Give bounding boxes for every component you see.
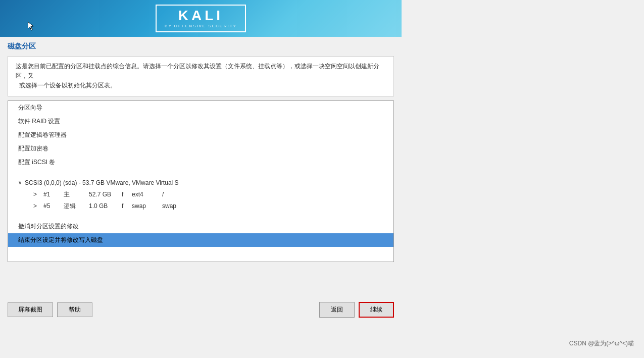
description-text: 这是您目前已配置的分区和挂载点的综合信息。请选择一个分区以修改其设置（文件系统、… xyxy=(16,63,379,89)
description-box: 这是您目前已配置的分区和挂载点的综合信息。请选择一个分区以修改其设置（文件系统、… xyxy=(8,56,394,96)
partition-row-1[interactable]: > #1 主 52.7 GB f ext4 / xyxy=(8,189,393,200)
partition-item-raid[interactable]: 软件 RAID 设置 xyxy=(8,115,393,128)
partition-flag-1: f xyxy=(122,191,132,198)
partition-item-iscsi[interactable]: 配置 iSCSI 卷 xyxy=(8,156,393,169)
partition-flag-2: f xyxy=(122,202,132,210)
disk-section[interactable]: ∨ SCSI3 (0,0,0) (sda) - 53.7 GB VMware, … xyxy=(8,177,393,189)
partition-item-revert[interactable]: 撤消对分区设置的修改 xyxy=(8,220,393,233)
back-button[interactable]: 返回 xyxy=(319,302,355,318)
partition-arrow-2: > xyxy=(33,202,43,210)
divider2 xyxy=(8,212,393,220)
revert-label: 撤消对分区设置的修改 xyxy=(18,223,79,230)
help-button[interactable]: 帮助 xyxy=(57,302,92,317)
kali-logo: KALI BY OFFENSIVE SECURITY xyxy=(156,5,246,32)
partition-type-2: 逻辑 xyxy=(64,202,89,211)
left-buttons: 屏幕截图 帮助 xyxy=(8,302,92,317)
continue-button[interactable]: 继续 xyxy=(359,302,394,318)
button-row: 屏幕截图 帮助 返回 继续 xyxy=(0,302,402,318)
partition-size-1: 52.7 GB xyxy=(89,191,122,198)
kali-subtitle: BY OFFENSIVE SECURITY xyxy=(165,24,237,28)
watermark: CSDN @蓝为(>^ω^<)喵 xyxy=(569,339,634,348)
partition-fs-1: ext4 xyxy=(132,191,162,198)
kali-title: KALI xyxy=(178,9,223,23)
partition-type-1: 主 xyxy=(64,190,89,199)
page-title: 磁盘分区 xyxy=(8,42,394,51)
partition-fs-2: swap xyxy=(132,202,162,210)
finish-label: 结束分区设定并将修改写入磁盘 xyxy=(18,236,103,243)
chevron-icon: ∨ xyxy=(18,180,22,185)
partition-item-finish[interactable]: 结束分区设定并将修改写入磁盘 xyxy=(8,233,393,247)
partition-num-1: #1 xyxy=(43,191,64,198)
partition-mount-2: swap xyxy=(162,202,192,210)
partition-row-2[interactable]: > #5 逻辑 1.0 GB f swap swap xyxy=(8,200,393,212)
header: KALI BY OFFENSIVE SECURITY xyxy=(0,0,402,37)
partition-mount-1: / xyxy=(162,191,192,198)
main-area: 磁盘分区 这是您目前已配置的分区和挂载点的综合信息。请选择一个分区以修改其设置（… xyxy=(0,37,402,267)
partition-arrow-1: > xyxy=(33,191,43,198)
divider xyxy=(8,169,393,177)
right-buttons: 返回 继续 xyxy=(319,302,394,318)
partition-item-lvm[interactable]: 配置逻辑卷管理器 xyxy=(8,128,393,142)
screenshot-button[interactable]: 屏幕截图 xyxy=(8,302,53,317)
partition-size-2: 1.0 GB xyxy=(89,202,122,210)
partition-item-guide[interactable]: 分区向导 xyxy=(8,101,393,115)
disk-label: SCSI3 (0,0,0) (sda) - 53.7 GB VMware, VM… xyxy=(25,179,179,186)
partition-item-encrypt[interactable]: 配置加密卷 xyxy=(8,142,393,156)
partition-list-container: 分区向导 软件 RAID 设置 配置逻辑卷管理器 配置加密卷 配置 iSCSI … xyxy=(8,100,394,262)
partition-num-2: #5 xyxy=(43,202,64,210)
